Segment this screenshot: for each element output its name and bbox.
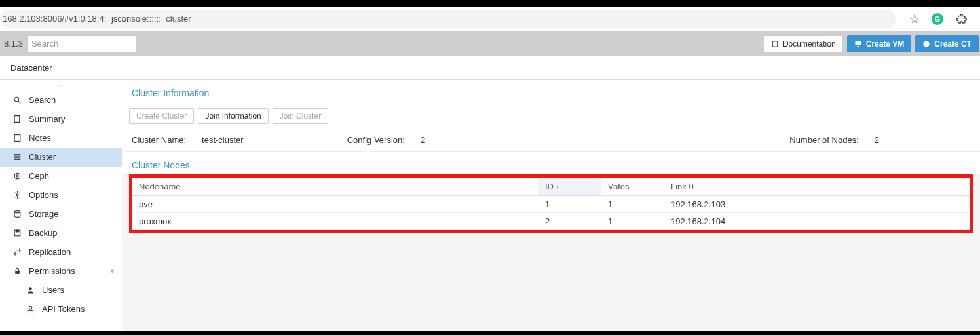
search-placeholder: Search: [31, 39, 58, 49]
sidebar-label: Search: [29, 95, 56, 105]
svg-point-9: [16, 175, 18, 177]
svg-point-11: [14, 211, 20, 213]
storage-icon: [13, 210, 22, 218]
sidebar-label: Replication: [29, 247, 71, 257]
sidebar-item-summary[interactable]: Summary: [0, 109, 122, 128]
join-cluster-button: Join Cluster: [273, 108, 328, 124]
cluster-nodes-title: Cluster Nodes: [122, 152, 980, 174]
chevron-up-icon: ︿: [58, 81, 64, 90]
book-icon: [771, 40, 779, 48]
chevron-down-icon: ▼: [109, 268, 115, 275]
cluster-nodes-table: Nodename ID↑ Votes Link 0 pve 1 1 192.16…: [132, 178, 970, 230]
sidebar: ︿ Search Summary Notes Cluster Ceph Opti…: [0, 80, 122, 331]
config-version-label: Config Version:: [347, 135, 405, 145]
svg-point-16: [29, 306, 31, 309]
sidebar-label: Users: [42, 285, 64, 295]
sidebar-label: Backup: [29, 228, 57, 238]
sidebar-item-api-tokens[interactable]: API Tokens: [0, 300, 122, 319]
save-icon: [13, 229, 22, 237]
sidebar-item-users[interactable]: Users: [0, 281, 122, 300]
monitor-icon: [854, 40, 862, 48]
replication-icon: [13, 248, 22, 256]
col-nodename[interactable]: Nodename: [132, 178, 538, 196]
cluster-info-title: Cluster Information: [122, 80, 980, 104]
sidebar-item-replication[interactable]: Replication: [0, 243, 122, 262]
cluster-name-value: test-cluster: [202, 135, 244, 145]
svg-point-2: [14, 97, 19, 102]
svg-rect-5: [14, 154, 21, 155]
sidebar-label: Notes: [29, 133, 51, 143]
sidebar-item-options[interactable]: Options: [0, 186, 122, 205]
col-id[interactable]: ID↑: [538, 178, 601, 196]
sidebar-label: Ceph: [29, 171, 49, 181]
sidebar-label: Storage: [29, 209, 59, 219]
cluster-name-label: Cluster Name:: [132, 135, 186, 145]
svg-rect-6: [14, 156, 21, 157]
cell-id: 1: [538, 196, 601, 213]
breadcrumb: Datacenter: [0, 56, 980, 80]
bookmark-star-icon[interactable]: ☆: [909, 12, 920, 26]
create-ct-button[interactable]: Create CT: [915, 35, 979, 52]
sidebar-label: Cluster: [29, 152, 56, 162]
key-icon: [26, 305, 35, 313]
create-cluster-button: Create Cluster: [129, 108, 194, 124]
sidebar-label: API Tokens: [42, 304, 85, 314]
svg-rect-13: [16, 230, 18, 232]
table-row[interactable]: pve 1 1 192.168.2.103: [132, 196, 970, 213]
cell-id: 2: [538, 213, 601, 230]
svg-point-8: [14, 173, 20, 179]
lock-icon: [13, 267, 22, 275]
col-link0[interactable]: Link 0: [664, 178, 970, 196]
breadcrumb-text: Datacenter: [10, 63, 52, 73]
sidebar-label: Options: [29, 190, 58, 200]
svg-rect-0: [855, 41, 861, 45]
col-votes[interactable]: Votes: [601, 178, 664, 196]
documentation-button[interactable]: Documentation: [764, 35, 843, 52]
nodes-count-label: Number of Nodes:: [789, 135, 859, 145]
svg-point-10: [16, 194, 18, 196]
cell-votes: 1: [601, 213, 664, 230]
nodes-count-value: 2: [875, 135, 879, 145]
notes-icon: [13, 134, 22, 142]
cube-icon: [922, 40, 930, 48]
table-row[interactable]: proxmox 2 1 192.168.2.104: [132, 213, 970, 230]
cell-link0: 192.168.2.104: [664, 213, 970, 230]
sidebar-item-notes[interactable]: Notes: [0, 128, 122, 148]
sidebar-collapse[interactable]: ︿: [0, 80, 122, 90]
cell-nodename: proxmox: [132, 213, 538, 230]
documentation-label: Documentation: [783, 39, 836, 49]
book-icon: [13, 115, 22, 123]
join-information-button[interactable]: Join Information: [198, 108, 268, 124]
svg-rect-14: [15, 271, 20, 274]
svg-point-15: [29, 287, 31, 290]
search-icon: [13, 96, 22, 104]
create-vm-button[interactable]: Create VM: [847, 35, 912, 52]
sort-asc-icon: ↑: [556, 184, 559, 191]
url-text: 168.2.103:8006/#v1:0:18:4:=jsconsole::::…: [3, 14, 191, 24]
create-vm-label: Create VM: [866, 39, 905, 49]
sidebar-item-storage[interactable]: Storage: [0, 205, 122, 224]
cluster-nodes-table-highlight: Nodename ID↑ Votes Link 0 pve 1 1 192.16…: [129, 174, 973, 233]
sidebar-label: Permissions: [29, 266, 75, 276]
svg-rect-1: [857, 46, 859, 47]
svg-rect-7: [14, 159, 21, 160]
sidebar-item-search[interactable]: Search: [0, 90, 122, 109]
cluster-icon: [13, 153, 22, 161]
search-input[interactable]: Search: [27, 35, 137, 52]
create-ct-label: Create CT: [934, 39, 971, 49]
version-label: 8.1.3: [0, 39, 27, 49]
gear-icon: [13, 191, 22, 199]
cell-link0: 192.168.2.103: [664, 196, 970, 213]
cell-votes: 1: [601, 196, 664, 213]
sidebar-label: Summary: [29, 114, 66, 124]
address-bar[interactable]: 168.2.103:8006/#v1:0:18:4:=jsconsole::::…: [0, 10, 896, 28]
config-version-value: 2: [421, 135, 425, 145]
extensions-icon[interactable]: [955, 13, 967, 25]
svg-rect-4: [14, 135, 20, 142]
sidebar-item-backup[interactable]: Backup: [0, 224, 122, 243]
sidebar-item-ceph[interactable]: Ceph: [0, 167, 122, 186]
grammarly-icon[interactable]: G: [932, 13, 943, 25]
sidebar-item-cluster[interactable]: Cluster: [0, 148, 122, 167]
cell-nodename: pve: [132, 196, 538, 213]
sidebar-item-permissions[interactable]: Permissions ▼: [0, 262, 122, 281]
